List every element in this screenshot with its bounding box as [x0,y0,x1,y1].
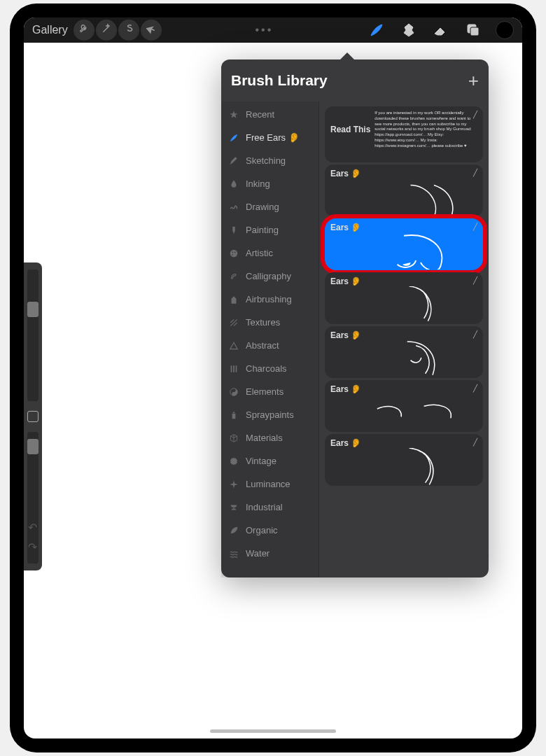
category-label: Painting [246,225,279,235]
category-inking[interactable]: Inking [221,172,318,195]
redo-button[interactable]: ↷ [24,538,41,556]
brush-name: Ears 👂 [330,330,477,340]
brush-preview [330,178,477,215]
category-label: Industrial [246,502,283,512]
category-label: Abstract [246,340,279,351]
brush-tile[interactable]: Ears 👂╱ [325,218,483,270]
brush-tool[interactable] [367,20,386,40]
brush-name: Ears 👂 [330,223,477,232]
brush-preview [330,286,477,323]
cube-icon [228,433,239,444]
category-label: Sketching [246,155,286,166]
category-label: Drawing [246,202,279,212]
paintbrush-icon [228,225,239,236]
category-abstract[interactable]: Abstract [221,334,318,357]
svg-point-3 [232,251,233,253]
category-drawing[interactable]: Drawing [221,195,318,218]
wand-icon [101,23,112,37]
undo-redo: ↶ ↷ [24,518,41,556]
category-charcoals[interactable]: Charcoals [221,357,318,380]
category-materials[interactable]: Materials [221,426,318,449]
calli-icon [228,271,239,282]
brush-tile[interactable]: Ears 👂╱ [325,272,483,324]
smudge-tool[interactable] [399,20,419,40]
category-water[interactable]: Water [221,542,318,565]
category-label: Recent [246,109,274,120]
anvil-icon [228,502,239,513]
hatch-icon [228,317,239,328]
spraycan-icon [228,410,239,421]
brush-library-panel: Brush Library + RecentFree Ears 👂Sketchi… [221,59,489,578]
ipad-frame: Gallery ••• ↶ ↷ [10,4,536,752]
add-brush-button[interactable]: + [468,70,479,92]
brush-stroke-mark: ╱ [473,276,477,284]
eraser-tool[interactable] [431,20,451,40]
category-label: Elements [246,386,284,397]
toolbar-center-dots[interactable]: ••• [164,24,364,36]
modify-button[interactable] [27,411,38,422]
brush-preview [330,232,477,269]
svg-point-5 [232,253,233,255]
svg-rect-8 [233,412,234,413]
transform-button[interactable] [141,20,162,41]
brush-name: Ears 👂 [330,438,477,448]
pencil-icon [228,155,239,167]
undo-button[interactable]: ↶ [24,518,41,536]
brush-preview [330,340,477,377]
category-organic[interactable]: Organic [221,519,318,542]
category-sketching[interactable]: Sketching [221,149,318,172]
category-luminance[interactable]: Luminance [221,472,318,496]
gallery-button[interactable]: Gallery [28,22,72,38]
category-label: Artistic [246,248,273,258]
brush-info-text: If you are interested in my work OR acci… [374,111,477,149]
category-painting[interactable]: Painting [221,218,318,241]
adjustments-button[interactable] [96,20,117,41]
layers-button[interactable] [463,20,483,40]
category-label: Airbrushing [246,294,292,304]
brush-name: Ears 👂 [330,384,477,394]
actions-button[interactable] [74,20,94,41]
brush-list[interactable]: Read ThisIf you are interested in my wor… [319,102,489,578]
brush-stroke-mark: ╱ [473,111,477,118]
gear-icon [228,456,239,467]
category-label: Textures [246,317,280,328]
triangle-icon [228,340,239,351]
brush-tile[interactable]: Ears 👂╱ [325,326,483,378]
palette-icon [228,248,239,259]
drop-icon [228,178,239,190]
brush-stroke-mark: ╱ [473,384,477,392]
category-list[interactable]: RecentFree Ears 👂SketchingInkingDrawingP… [221,102,319,578]
category-label: Luminance [246,479,290,489]
cursor-icon [146,23,157,37]
category-recent[interactable]: Recent [221,103,318,126]
panel-title: Brush Library [231,72,328,89]
brush-tile[interactable]: Read ThisIf you are interested in my wor… [325,106,483,162]
category-elements[interactable]: Elements [221,380,318,403]
svg-rect-1 [470,27,479,36]
home-indicator [210,729,336,733]
category-label: Free Ears 👂 [246,132,300,143]
category-artistic[interactable]: Artistic [221,241,318,265]
waves-icon [228,548,239,559]
sparkle-icon [228,479,239,490]
category-vintage[interactable]: Vintage [221,449,318,472]
leaf-icon [228,525,239,536]
yinyang-icon [228,386,239,398]
category-free-ears-[interactable]: Free Ears 👂 [221,126,318,149]
category-calligraphy[interactable]: Calligraphy [221,265,318,288]
category-textures[interactable]: Textures [221,311,318,334]
brush-tile[interactable]: Ears 👂╱ [325,164,483,216]
category-airbrushing[interactable]: Airbrushing [221,288,318,311]
brush-stroke-mark: ╱ [473,223,477,230]
panel-header: Brush Library + [221,59,489,102]
brush-tile[interactable]: Ears 👂╱ [325,434,483,486]
color-chip[interactable] [496,21,514,39]
category-label: Water [246,548,270,559]
selection-button[interactable] [118,20,139,41]
squiggle-icon [228,202,239,213]
brush-size-slider[interactable] [27,270,38,401]
category-spraypaints[interactable]: Spraypaints [221,403,318,426]
category-industrial[interactable]: Industrial [221,496,318,519]
brush-tile[interactable]: Ears 👂╱ [325,380,483,432]
category-label: Vintage [246,456,276,466]
